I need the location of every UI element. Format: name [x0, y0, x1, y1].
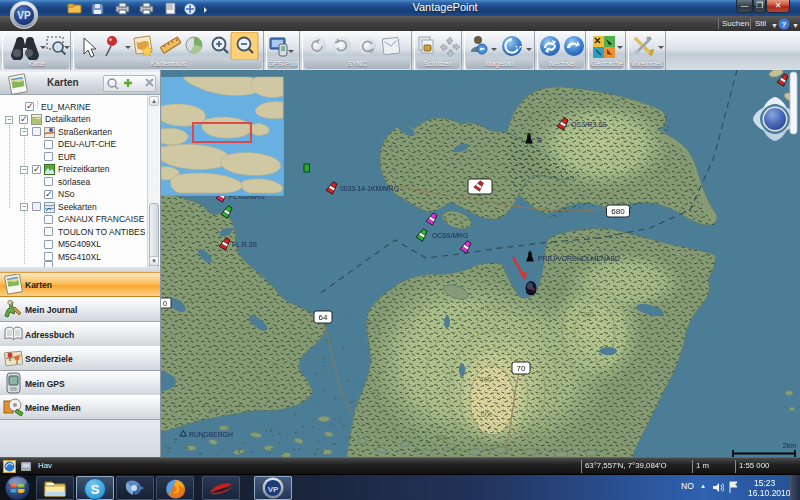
svg-text:0: 0 — [163, 300, 167, 307]
svg-text:64: 64 — [319, 313, 328, 322]
svg-text:600: 600 — [481, 411, 493, 418]
svg-text:2km: 2km — [783, 442, 796, 449]
svg-text:680: 680 — [611, 207, 625, 216]
svg-text:PRBJ/VORDHOLMENABU: PRBJ/VORDHOLMENABU — [538, 255, 620, 262]
svg-text:OC/VR3.6S: OC/VR3.6S — [571, 121, 607, 128]
svg-text:70: 70 — [517, 364, 526, 373]
svg-text:VP: VP — [268, 485, 279, 494]
svg-text:OC6S/MRG: OC6S/MRG — [432, 232, 468, 239]
svg-text:300: 300 — [436, 434, 448, 441]
svg-text:S: S — [91, 482, 100, 497]
svg-text:VP: VP — [17, 10, 31, 21]
svg-text:RUNDBERGH: RUNDBERGH — [189, 431, 233, 438]
svg-text:400: 400 — [480, 376, 492, 383]
svg-text:?: ? — [782, 20, 787, 29]
svg-text:FL.R.3S: FL.R.3S — [232, 241, 257, 248]
svg-text:200: 200 — [582, 311, 594, 318]
svg-text:R: R — [537, 137, 542, 144]
svg-text:0033-14-1KM/MRG: 0033-14-1KM/MRG — [340, 185, 399, 192]
